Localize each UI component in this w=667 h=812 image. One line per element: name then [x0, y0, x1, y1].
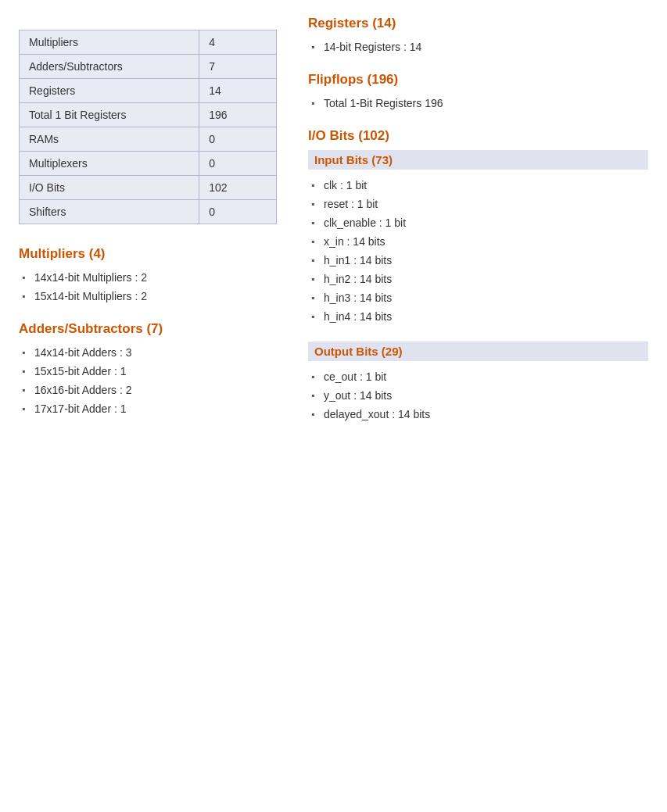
table-row: Registers14	[20, 79, 277, 103]
right-section: I/O Bits (102)Input Bits (73)clk : 1 bit…	[308, 128, 648, 424]
table-cell-label: Adders/Subtractors	[20, 55, 199, 79]
section-heading: Registers (14)	[308, 16, 648, 31]
left-section: Adders/Subtractors (7)14x14-bit Adders :…	[19, 321, 277, 418]
table-row: Multiplexers0	[20, 152, 277, 176]
list-item: 14x14-bit Adders : 3	[22, 343, 277, 362]
table-cell-value: 0	[199, 152, 277, 176]
table-cell-value: 196	[199, 103, 277, 127]
list-item: h_in3 : 14 bits	[311, 288, 648, 307]
list-item: 16x16-bit Adders : 2	[22, 381, 277, 399]
left-column: Multipliers4Adders/Subtractors7Registers…	[19, 16, 277, 434]
table-row: I/O Bits102	[20, 176, 277, 200]
list-item: 14x14-bit Multipliers : 2	[22, 268, 277, 287]
table-row: RAMs0	[20, 127, 277, 152]
right-section: Flipflops (196)Total 1-Bit Registers 196	[308, 72, 648, 113]
subsection-heading: Input Bits (73)	[308, 150, 648, 170]
list-item: 14-bit Registers : 14	[311, 38, 648, 56]
list-item: y_out : 14 bits	[311, 386, 648, 405]
table-row: Shifters0	[20, 200, 277, 224]
list-item: reset : 1 bit	[311, 195, 648, 213]
list-item: h_in1 : 14 bits	[311, 251, 648, 270]
summary-table: Multipliers4Adders/Subtractors7Registers…	[19, 30, 277, 224]
list-item: clk : 1 bit	[311, 176, 648, 195]
right-column: Registers (14)14-bit Registers : 14Flipf…	[308, 16, 648, 439]
table-cell-value: 4	[199, 30, 277, 55]
right-section: Registers (14)14-bit Registers : 14	[308, 16, 648, 56]
table-cell-value: 14	[199, 79, 277, 103]
left-section: Multipliers (4)14x14-bit Multipliers : 2…	[19, 246, 277, 306]
subsection-heading: Output Bits (29)	[308, 342, 648, 361]
table-row: Total 1 Bit Registers196	[20, 103, 277, 127]
list-item: h_in4 : 14 bits	[311, 307, 648, 326]
list-item: 17x17-bit Adder : 1	[22, 399, 277, 418]
subsection: Input Bits (73)clk : 1 bitreset : 1 bitc…	[308, 150, 648, 326]
table-cell-value: 102	[199, 176, 277, 200]
section-heading: Flipflops (196)	[308, 72, 648, 88]
table-row: Adders/Subtractors7	[20, 55, 277, 79]
table-cell-label: Shifters	[20, 200, 199, 224]
list-item: delayed_xout : 14 bits	[311, 405, 648, 424]
table-cell-label: Registers	[20, 79, 199, 103]
table-cell-value: 0	[199, 127, 277, 152]
table-row: Multipliers4	[20, 30, 277, 55]
list-item: h_in2 : 14 bits	[311, 270, 648, 288]
table-cell-value: 7	[199, 55, 277, 79]
subsection: Output Bits (29)ce_out : 1 bity_out : 14…	[308, 342, 648, 424]
section-heading: Multipliers (4)	[19, 246, 277, 262]
table-cell-label: Total 1 Bit Registers	[20, 103, 199, 127]
table-cell-label: Multipliers	[20, 30, 199, 55]
list-item: x_in : 14 bits	[311, 232, 648, 251]
list-item: ce_out : 1 bit	[311, 367, 648, 386]
section-heading: Adders/Subtractors (7)	[19, 321, 277, 337]
table-cell-value: 0	[199, 200, 277, 224]
list-item: Total 1-Bit Registers 196	[311, 94, 648, 113]
list-item: 15x15-bit Adder : 1	[22, 362, 277, 381]
table-cell-label: Multiplexers	[20, 152, 199, 176]
table-cell-label: RAMs	[20, 127, 199, 152]
list-item: clk_enable : 1 bit	[311, 213, 648, 232]
section-heading: I/O Bits (102)	[308, 128, 648, 144]
list-item: 15x14-bit Multipliers : 2	[22, 287, 277, 306]
table-cell-label: I/O Bits	[20, 176, 199, 200]
